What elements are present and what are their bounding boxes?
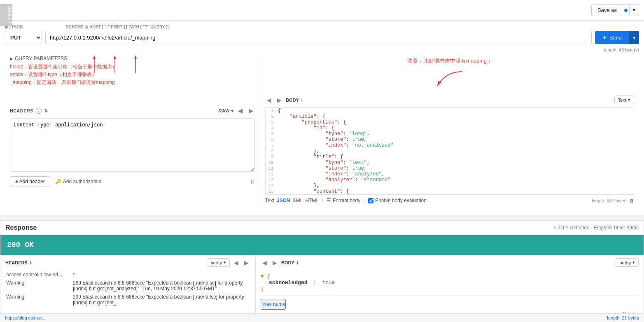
response-section: Response Cache Detected - Elapsed Time: … [0,220,644,322]
save-as-arrow-button[interactable]: ▾ [629,5,639,15]
format-tab-json[interactable]: JSON [277,198,290,203]
code-line-4: 4 "id": { [266,125,634,131]
body-panel-right[interactable]: ▶ [275,96,283,104]
response-body-panel-left[interactable]: ◀ [261,259,268,267]
save-as-button[interactable]: Save as [592,5,623,16]
format-tab-html[interactable]: HTML [305,198,319,203]
resp-key-acknowledged: acknowledged [269,280,308,286]
header-row-1: Warning: 299 Elasticsearch-5.6.8-688ecce… [6,279,250,292]
code-line-11: 11 "store": true, [266,166,634,171]
body-length: length: 637 bytes [592,198,626,203]
header-row-0: access-control-allow-ori... * [6,271,250,278]
response-pretty-dropdown[interactable]: pretty ▾ [207,258,230,267]
add-header-button[interactable]: + Add header [10,176,50,187]
save-as-dot [624,9,628,12]
annotation-line3: _mapping：固定写法，表示我们要设置mapping [10,79,255,86]
status-text: 200 OK [7,241,34,249]
format-tab-text[interactable]: Text [265,198,274,203]
status-bar: 200 OK [0,235,644,255]
send-icon: ✈ [602,35,607,41]
response-footer: lines nums [261,295,639,310]
header-val-2: 299 Elasticsearch-5.6.8-688ecce "Expecte… [73,293,250,306]
query-params-arrow-icon: ▶ [10,56,13,61]
header-val-0: * [73,271,250,278]
resp-brace-open-row: ▼ { [261,273,639,280]
header-key-0: access-control-allow-ori... [6,271,72,278]
annotation-area: hello2：要设置哪个索引库（相当于那个数据库） article：设置哪个ty… [10,63,255,100]
response-title: Response [5,224,37,231]
headers-section-header: HEADERS i ⇅ Raw ▾ ◀ ▶ [10,103,255,118]
send-button[interactable]: ✈ Send [595,31,629,44]
close-brace: } [261,286,264,292]
panel-left-arrow[interactable]: ◀ [236,107,245,115]
method-select[interactable]: PUT GET POST DELETE PATCH [5,31,42,44]
code-line-10: 10 "type": "text", [266,160,634,166]
response-panels: HEADERS i pretty ▾ ◀ ▶ access-control-al… [0,255,644,322]
sort-icon[interactable]: ⇅ [44,108,48,114]
right-annotation: 注意：此处请求体中没有mapping： [265,54,634,68]
response-meta: Cache Detected - Elapsed Time: 99ms [554,225,639,231]
response-panel-left[interactable]: ◀ [232,259,240,267]
bottom-bar: https://blog.csdn.n... length: 21 bytes [0,313,644,322]
code-line-7: 7 "index": "not_analyzed" [266,142,634,148]
response-left: HEADERS i pretty ▾ ◀ ▶ access-control-al… [0,255,256,322]
headers-textarea[interactable]: Content-Type: application/json [10,118,255,172]
code-line-5: 5 "type": "long", [266,131,634,137]
response-right: ◀ ▶ BODY i pretty ▾ ▼ { acknowledged [256,255,644,322]
text-dropdown-arrow: ▾ [628,97,630,103]
code-line-1: 1 { [266,108,634,114]
header-key-1: Warning: [6,279,72,292]
method-label: METHOD [5,25,63,29]
response-headers-info: i [30,259,31,266]
response-body-panel-right[interactable]: ▶ [271,259,279,267]
header-val-1: 299 Elasticsearch-5.6.8-688ecce "Expecte… [73,279,250,292]
code-line-9: 9 "title": { [266,154,634,160]
action-buttons: + Add header 🔑 Add authorization 🗑 [10,173,255,190]
top-bar: Save as ▾ [0,0,644,21]
response-body-json: ▼ { acknowledged : true } [261,270,639,295]
text-dropdown[interactable]: Text ▾ [614,96,634,104]
format-tab-xml[interactable]: XML [293,198,303,203]
method-select-container[interactable]: PUT GET POST DELETE PATCH [5,31,42,44]
url-input[interactable] [45,31,592,44]
code-line-2: 2 "article": { [266,114,634,119]
response-body-pretty-dropdown[interactable]: pretty ▾ [616,258,639,267]
draft-watermark: DRAFT [0,4,12,26]
collapse-icon[interactable]: ▼ [261,273,264,280]
response-panel-right[interactable]: ▶ [243,259,250,267]
format-tabs: Text JSON XML HTML [265,198,319,203]
body-label: BODY [286,98,299,103]
query-params-label: QUERY PARAMETERS [15,56,67,61]
body-panel-left[interactable]: ◀ [265,96,273,104]
open-brace: { [267,273,271,280]
resp-brace-close-row: } [261,286,639,292]
left-panel: ▶ QUERY PARAMETERS hello2：要设置哪个索引库（相当于那个… [5,54,260,211]
headers-table: access-control-allow-ori... * Warning: 2… [5,270,250,307]
response-header-bar: Response Cache Detected - Elapsed Time: … [0,221,644,235]
enable-eval-checkbox[interactable]: Enable body evaluation [368,198,427,203]
resp-colon: : [313,280,316,286]
response-body-label: BODY [281,260,294,265]
resp-acknowledged-row: acknowledged : true [261,280,639,286]
code-editor[interactable]: 1 { 2 "article": { 3 "properties": { 4 "… [265,107,634,195]
save-as-group[interactable]: Save as ▾ [591,4,639,16]
lines-nums-button[interactable]: lines nums [261,299,286,310]
lock-icon: 🔑 [55,179,61,184]
code-line-12: 12 "index": "analyzed", [266,171,634,177]
format-body-button[interactable]: ☰ Format body [327,198,360,203]
response-body-header: ◀ ▶ BODY i pretty ▾ [261,255,639,270]
body-header: ◀ ▶ BODY i Text ▾ [265,92,634,107]
add-auth-button[interactable]: 🔑 Add authorization [55,179,101,184]
code-line-6: 6 "store": true, [266,137,634,142]
panel-right-arrow[interactable]: ▶ [247,107,255,115]
send-arrow-button[interactable]: ▾ [629,31,639,44]
delete-icon[interactable]: 🗑 [250,179,255,185]
raw-label[interactable]: Raw ▾ [219,108,234,114]
bottom-length: length: 21 bytes [607,315,639,320]
text-label: Text [618,98,626,103]
trash-icon[interactable]: 🗑 [630,198,634,203]
length-info: length: 45 byte(s) [5,47,639,52]
url-input-container [45,31,592,44]
panels-container: ▶ QUERY PARAMETERS hello2：要设置哪个索引库（相当于那个… [5,54,639,211]
request-section: METHOD SCHEME :// HOST [ ":" PORT ] [ PA… [0,21,644,215]
